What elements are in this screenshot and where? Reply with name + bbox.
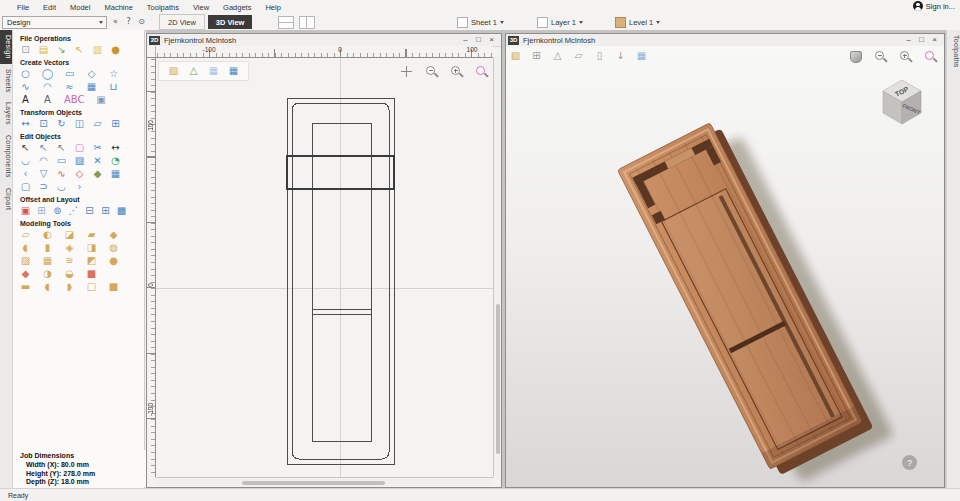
scrollbar-thumb[interactable] (242, 481, 385, 485)
snap-grid-toggle-icon[interactable]: ▦ (208, 65, 219, 77)
draw-rectangle-icon[interactable]: ▭ (64, 68, 75, 80)
split-vertical-icon[interactable] (299, 16, 315, 29)
zoom-selection-icon[interactable] (475, 65, 488, 78)
slice-model-icon[interactable]: ◒ (64, 268, 75, 280)
zoom-out-icon[interactable] (874, 50, 887, 63)
side-tab[interactable]: Components (0, 130, 12, 183)
scrollbar-thumb[interactable] (496, 304, 500, 454)
column-model-icon[interactable]: ▮ (42, 242, 53, 254)
rounded-rect-icon[interactable]: ▢ (20, 181, 31, 193)
draw-grid-icon[interactable]: ▦ (228, 65, 239, 77)
menu-item[interactable]: File (10, 3, 36, 12)
2d-canvas[interactable]: ▧△▦▦ (156, 58, 493, 477)
move-cursor-icon[interactable]: ↖ (56, 142, 67, 154)
two-rail-sweep-icon[interactable]: ◪ (64, 229, 75, 241)
extrude-icon[interactable]: ▰ (86, 229, 97, 241)
import-vectors-icon[interactable]: ↘ (56, 44, 67, 56)
block-model-icon[interactable]: ■ (108, 281, 119, 293)
auto-layout-text-icon[interactable]: A (42, 94, 53, 106)
zoom-out-icon[interactable] (425, 65, 438, 78)
offset-toolpath-icon[interactable]: ⊞ (36, 205, 47, 217)
sign-in-button[interactable]: Sign in... (913, 1, 955, 11)
zoom-in-icon[interactable] (899, 50, 912, 63)
minimize-icon[interactable]: – (904, 35, 913, 45)
menu-item[interactable]: Edit (36, 3, 63, 12)
dome-shape-icon[interactable]: ◐ (42, 229, 53, 241)
nesting-icon[interactable]: ▩ (116, 205, 127, 217)
round-left-icon[interactable]: ◖ (42, 281, 53, 293)
array-copy-icon[interactable]: ⊚ (52, 205, 63, 217)
help-icon[interactable]: ? (123, 16, 134, 28)
vector-texture-icon[interactable]: ▦ (86, 81, 97, 93)
help-button[interactable]: ? (902, 455, 917, 470)
vertical-scrollbar[interactable] (493, 58, 501, 477)
menu-item[interactable]: Gadgets (216, 3, 258, 12)
close-vector-icon[interactable]: ◔ (110, 155, 121, 167)
mirror-icon[interactable]: ◫ (74, 118, 85, 130)
dimension-icon[interactable]: ▦ (110, 168, 121, 180)
menu-item[interactable]: Toolpaths (140, 3, 186, 12)
level-dropdown[interactable]: Level 1 (615, 17, 660, 28)
rotate-icon[interactable]: ↻ (56, 118, 67, 130)
hatch-icon[interactable]: ▨ (74, 155, 85, 167)
drawing-plane-icon[interactable]: ▱ (573, 50, 584, 62)
arrow-right-icon[interactable]: › (74, 181, 85, 193)
box-model-icon[interactable]: □ (86, 281, 97, 293)
vector-boundary-icon[interactable]: ⊔ (108, 81, 119, 93)
minimize-icon[interactable]: – (461, 35, 470, 45)
offset-vector-icon[interactable]: ▭ (56, 155, 67, 167)
chamfer-icon[interactable]: ‹ (20, 168, 31, 180)
zero-plane-icon[interactable]: ▱ (20, 229, 31, 241)
tab-2d-view[interactable]: 2D View (159, 14, 205, 30)
align-selection-icon[interactable]: ⊟ (84, 205, 95, 217)
draw-circle-icon[interactable]: ○ (20, 68, 31, 80)
round-right-icon[interactable]: ◗ (64, 281, 75, 293)
weave-texture-icon[interactable]: ▦ (42, 255, 53, 267)
draw-polyline-icon[interactable]: ∿ (20, 81, 31, 93)
menu-item[interactable]: Machine (97, 3, 139, 12)
ripple-texture-icon[interactable]: ≋ (64, 255, 75, 267)
side-tab[interactable]: Design (0, 30, 12, 64)
texture-area-icon[interactable]: ◨ (86, 242, 97, 254)
select-cursor-icon[interactable]: ↖ (20, 142, 31, 154)
wrap-model-icon[interactable]: ◑ (42, 268, 53, 280)
vase-model-icon[interactable]: ◖ (20, 242, 31, 254)
side-tab[interactable]: Clipart (0, 183, 12, 215)
import-bitmap-icon[interactable]: ▣ (96, 94, 107, 106)
pan-icon[interactable] (400, 65, 413, 78)
3d-canvas[interactable]: ▧⊞△▱▯↓▦ TOP FRONT ? (506, 46, 944, 487)
align-objects-icon[interactable]: ⊞ (110, 118, 121, 130)
material-block-icon[interactable]: ▧ (510, 50, 521, 62)
draw-arc-icon[interactable]: ◠ (42, 81, 53, 93)
draw-curve-icon[interactable]: ≈ (64, 81, 75, 93)
node-edit-cursor-icon[interactable]: ↖ (38, 142, 49, 154)
open-file-icon[interactable]: ▤ (38, 44, 49, 56)
cut-copy-sheets-icon[interactable]: ▥ (92, 44, 103, 56)
draw-text-icon[interactable]: A (20, 94, 31, 106)
autohide-panel-icon[interactable]: « (110, 16, 121, 28)
text-on-curve-icon[interactable]: ABC (64, 94, 85, 106)
draw-ellipse-icon[interactable]: ◯ (42, 68, 53, 80)
close-icon[interactable]: × (930, 35, 939, 45)
zoom-selection-icon[interactable] (924, 50, 937, 63)
smooth-model-icon[interactable]: ◆ (20, 268, 31, 280)
layer-dropdown[interactable]: Layer 1 (537, 17, 583, 28)
statue-model-icon[interactable]: ◈ (64, 242, 75, 254)
join-vectors-icon[interactable]: ◡ (20, 155, 31, 167)
maximize-icon[interactable]: □ (474, 35, 483, 45)
fit-curves-icon[interactable]: ∿ (56, 168, 67, 180)
slab-model-icon[interactable]: ▬ (20, 281, 31, 293)
side-tab[interactable]: Layers (0, 97, 12, 130)
arrow-head-icon[interactable]: ▽ (38, 168, 49, 180)
hand-sculpt-icon[interactable]: ◍ (108, 242, 119, 254)
maximize-icon[interactable]: □ (917, 35, 926, 45)
edit-nodes-icon[interactable]: ▢ (74, 142, 85, 154)
bend-vector-icon[interactable]: ◡ (56, 181, 67, 193)
turn-shape-icon[interactable]: ◆ (108, 229, 119, 241)
move-selection-icon[interactable]: ↔ (20, 118, 31, 130)
shading-grid-icon[interactable]: ▦ (636, 50, 647, 62)
copy-along-vector-icon[interactable]: ⋰ (68, 205, 79, 217)
draw-star-icon[interactable]: ☆ (108, 68, 119, 80)
draw-polygon-icon[interactable]: ◇ (86, 68, 97, 80)
distort-icon[interactable]: ▱ (92, 118, 103, 130)
